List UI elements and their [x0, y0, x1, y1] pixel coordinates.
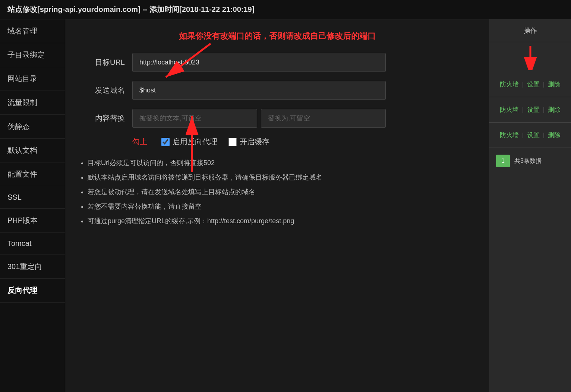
page-button[interactable]: 1 — [496, 155, 510, 167]
sidebar-item-domain-management[interactable]: 域名管理 — [0, 19, 65, 43]
warning-text: 如果你没有改端口的话，否则请改成自己修改后的端口 — [80, 31, 474, 42]
sidebar-item-php-version[interactable]: PHP版本 — [0, 209, 65, 233]
reverse-proxy-checkbox-label[interactable]: 启用反向代理 — [161, 137, 217, 147]
sidebar-item-301-redirect[interactable]: 301重定向 — [0, 255, 65, 279]
delete-link-2[interactable]: 删除 — [548, 106, 561, 113]
delete-link-1[interactable]: 删除 — [548, 81, 561, 88]
notes-list: 目标Url必须是可以访问的，否则将直接502 默认本站点启用域名访问将被传递到目… — [80, 158, 474, 226]
firewall-link-1[interactable]: 防火墙 — [500, 81, 519, 88]
sidebar-item-reverse-proxy[interactable]: 反向代理 — [0, 279, 65, 303]
note-item-1: 目标Url必须是可以访问的，否则将直接502 — [88, 158, 474, 168]
sidebar-item-traffic-limit[interactable]: 流量限制 — [0, 91, 65, 115]
main-layout: 域名管理 子目录绑定 网站目录 流量限制 伪静态 默认文档 配置文件 SSL P… — [0, 19, 571, 392]
right-panel-arrow-area — [489, 42, 571, 72]
content-replace-to-input[interactable] — [261, 109, 386, 128]
cache-label: 开启缓存 — [240, 137, 269, 147]
settings-link-3[interactable]: 设置 — [527, 132, 540, 139]
send-domain-input[interactable] — [132, 81, 386, 100]
send-domain-row: 发送域名 — [80, 81, 474, 100]
sidebar-item-ssl[interactable]: SSL — [0, 186, 65, 209]
target-url-input[interactable] — [132, 53, 386, 72]
firewall-link-2[interactable]: 防火墙 — [500, 106, 519, 113]
sidebar-item-config-file[interactable]: 配置文件 — [0, 162, 65, 186]
right-panel-row-2: 防火墙 | 设置 | 删除 — [489, 97, 571, 123]
sidebar-item-tomcat[interactable]: Tomcat — [0, 233, 65, 255]
content-area: 如果你没有改端口的话，否则请改成自己修改后的端口 目标URL 发送域名 内容替换… — [65, 19, 489, 392]
target-url-label: 目标URL — [80, 57, 125, 67]
settings-link-1[interactable]: 设置 — [527, 81, 540, 88]
down-arrow-icon — [519, 44, 542, 70]
content-replace-label: 内容替换 — [80, 113, 125, 123]
right-panel-header: 操作 — [489, 19, 571, 42]
cache-checkbox-label[interactable]: 开启缓存 — [228, 137, 269, 147]
reverse-proxy-checkbox[interactable] — [161, 138, 170, 146]
sidebar-item-default-doc[interactable]: 默认文档 — [0, 139, 65, 162]
content-replace-inputs — [132, 109, 386, 128]
firewall-link-3[interactable]: 防火墙 — [500, 132, 519, 139]
note-item-4: 若您不需要内容替换功能，请直接留空 — [88, 202, 474, 212]
note-item-3: 若您是被动代理，请在发送域名处填写上目标站点的域名 — [88, 187, 474, 197]
page-title: 站点修改[spring-api.yourdomain.com] -- 添加时间[… — [7, 5, 254, 13]
sidebar-item-pseudo-static[interactable]: 伪静态 — [0, 115, 65, 139]
right-panel-row-3: 防火墙 | 设置 | 删除 — [489, 123, 571, 148]
note-item-2: 默认本站点启用域名访问将被传递到目标服务器，请确保目标服务器已绑定域名 — [88, 173, 474, 183]
checkbox-note: 勾上 — [132, 137, 147, 147]
cache-checkbox[interactable] — [228, 138, 237, 146]
right-panel-row-1: 防火墙 | 设置 | 删除 — [489, 72, 571, 97]
total-text: 共3条数据 — [514, 157, 542, 165]
sidebar-item-website-dir[interactable]: 网站目录 — [0, 67, 65, 91]
right-panel: 操作 防火墙 | 设置 | 删除 防 — [489, 19, 571, 392]
note-item-5: 可通过purge清理指定URL的缓存,示例：http://test.com/pu… — [88, 216, 474, 226]
delete-link-3[interactable]: 删除 — [548, 132, 561, 139]
action-links-3: 防火墙 | 设置 | 删除 — [500, 131, 561, 139]
title-bar: 站点修改[spring-api.yourdomain.com] -- 添加时间[… — [0, 0, 571, 19]
action-links-1: 防火墙 | 设置 | 删除 — [500, 80, 561, 89]
sidebar: 域名管理 子目录绑定 网站目录 流量限制 伪静态 默认文档 配置文件 SSL P… — [0, 19, 65, 392]
send-domain-label: 发送域名 — [80, 85, 125, 95]
content-replace-row: 内容替换 — [80, 109, 474, 128]
settings-link-2[interactable]: 设置 — [527, 106, 540, 113]
content-replace-from-input[interactable] — [132, 109, 257, 128]
pagination-area: 1 共3条数据 — [489, 148, 571, 174]
sidebar-item-subdir-binding[interactable]: 子目录绑定 — [0, 43, 65, 67]
reverse-proxy-label: 启用反向代理 — [173, 137, 217, 147]
checkboxes-row: 勾上 启用反向代理 开启缓存 — [80, 137, 474, 147]
target-url-row: 目标URL — [80, 53, 474, 72]
action-links-2: 防火墙 | 设置 | 删除 — [500, 105, 561, 114]
